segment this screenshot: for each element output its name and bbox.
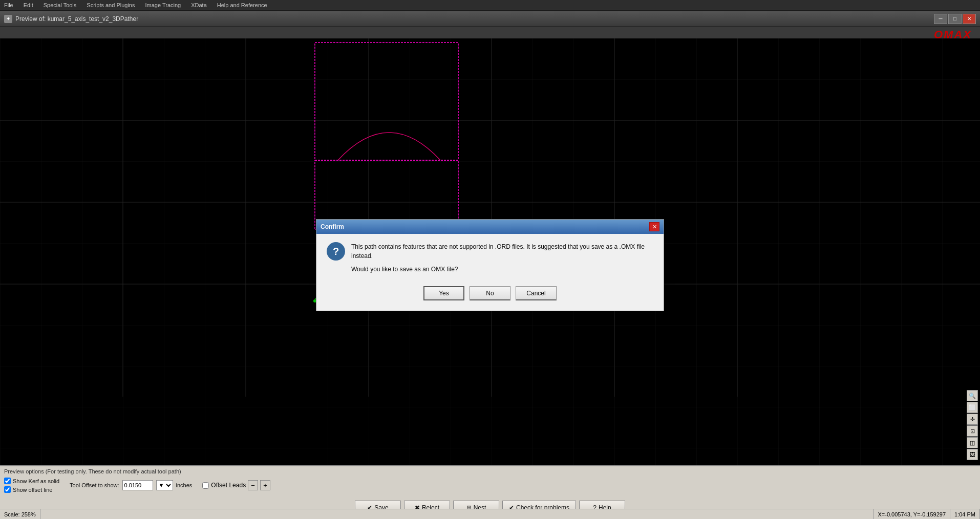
menu-special-tools[interactable]: Special Tools [41,1,79,9]
dialog-message1: This path contains features that are not… [351,242,653,261]
yes-button[interactable]: Yes [423,286,464,300]
dialog-text: This path contains features that are not… [351,242,653,274]
menu-bar: File Edit Special Tools Scripts and Plug… [0,0,980,10]
dialog-content: ? This path contains features that are n… [316,234,664,282]
no-button[interactable]: No [470,286,510,300]
dialog-buttons: Yes No Cancel [316,282,664,311]
dialog-close-button[interactable]: ✕ [649,222,659,231]
main-window: ✦ Preview of: kumar_5_axis_test_v2_3DPat… [0,11,980,519]
dialog-question-icon: ? [327,242,345,261]
dialog-message2: Would you like to save as an OMX file? [351,265,653,274]
menu-edit[interactable]: Edit [22,1,35,9]
confirm-dialog: Confirm ✕ ? This path contains features … [316,219,664,311]
menu-scripts[interactable]: Scripts and Plugins [84,1,137,9]
menu-help[interactable]: Help and Reference [215,1,269,9]
menu-file[interactable]: File [2,1,15,9]
dialog-overlay: Confirm ✕ ? This path contains features … [0,11,980,519]
menu-image-tracing[interactable]: Image Tracing [143,1,183,9]
cancel-button[interactable]: Cancel [516,286,557,300]
menu-xdata[interactable]: XData [189,1,209,9]
dialog-title-bar: Confirm ✕ [316,220,664,234]
dialog-title: Confirm [321,223,344,230]
